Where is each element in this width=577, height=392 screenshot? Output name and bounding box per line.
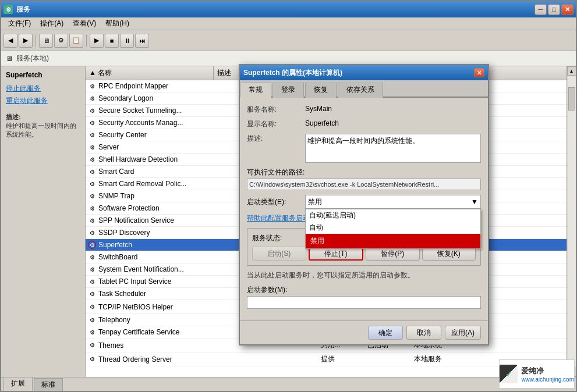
display-name-row: 显示名称: Superfetch <box>247 119 481 129</box>
service-name: Tablet PC Input Service <box>98 277 171 286</box>
service-icon: ⚙ <box>88 241 96 249</box>
left-panel-desc: 描述: 维护和提高一段时间内的系统性能。 <box>6 113 80 139</box>
watermark-text: 爱纯净 www.aichunjing.com <box>521 366 574 383</box>
startup-note: 当从此处启动服务时，您可以指定所适用的启动参数。 <box>247 270 481 280</box>
tab-standard[interactable]: 标准 <box>34 378 63 391</box>
menu-help[interactable]: 帮助(H) <box>101 17 134 30</box>
start-params-input[interactable] <box>247 296 481 309</box>
service-icon: ⚙ <box>88 180 96 188</box>
startup-dropdown: 自动(延迟启动) 自动 禁用 <box>305 209 481 249</box>
service-name: TCP/IP NetBIOS Helper <box>98 303 173 311</box>
restore-button[interactable]: □ <box>548 4 560 15</box>
watermark: ✓ 爱纯净 www.aichunjing.com <box>499 359 575 389</box>
service-name: SPP Notification Service <box>98 216 174 224</box>
path-value: C:\Windows\system32\svchost.exe -k Local… <box>247 179 481 190</box>
service-status: 提供 <box>318 354 365 365</box>
dialog-tab-restore[interactable]: 恢复 <box>305 83 337 98</box>
service-icon: ⚙ <box>88 290 96 298</box>
service-name: Smart Card Removal Polic... <box>98 180 186 188</box>
service-name: Telephony <box>98 316 130 324</box>
close-button[interactable]: ✕ <box>561 4 574 15</box>
startup-label: 启动类型(E): <box>247 197 305 207</box>
address-label: 🖥 <box>6 55 13 63</box>
ok-button[interactable]: 确定 <box>368 326 403 340</box>
scroll-thumb[interactable] <box>568 87 575 111</box>
service-icon: ⚙ <box>88 155 96 163</box>
dialog-desc-textarea[interactable]: 维护和提高一段时间内的系统性能。 <box>305 134 481 163</box>
watermark-site-name: 爱纯净 <box>521 366 574 376</box>
menu-bar: 文件(F) 操作(A) 查看(V) 帮助(H) <box>1 17 576 30</box>
dialog-footer: 确定 取消 应用(A) <box>240 320 488 344</box>
service-name: Secure Socket Tunneling... <box>98 106 182 115</box>
toolbar-btn-stop[interactable]: ■ <box>105 34 119 48</box>
apply-button[interactable]: 应用(A) <box>445 326 481 340</box>
startup-select-display[interactable]: 禁用 ▼ <box>305 195 481 209</box>
toolbar-separator-2 <box>86 35 87 47</box>
service-icon: ⚙ <box>88 328 96 336</box>
toolbar-btn-resume[interactable]: ⏭ <box>135 34 149 48</box>
service-icon: ⚙ <box>88 229 96 237</box>
menu-view[interactable]: 查看(V) <box>68 17 101 30</box>
service-name: Security Accounts Manag... <box>98 119 183 127</box>
service-name: SwitchBoard <box>98 253 137 261</box>
service-name-label: 服务名称: <box>247 105 305 115</box>
back-button[interactable]: ◀ <box>3 34 17 48</box>
dropdown-item-disabled[interactable]: 禁用 <box>306 234 480 248</box>
start-service-btn[interactable]: 启动(S) <box>252 247 306 261</box>
toolbar-btn-4[interactable]: ⚙ <box>54 34 68 48</box>
address-value: 服务(本地) <box>16 54 571 63</box>
service-icon: ⚙ <box>88 94 96 102</box>
service-name: System Event Notification... <box>98 265 184 273</box>
toolbar-btn-pause[interactable]: ⏸ <box>120 34 134 48</box>
service-name: Themes <box>98 341 123 350</box>
service-name: RPC Endpoint Mapper <box>98 82 168 90</box>
service-icon: ⚙ <box>88 303 96 311</box>
left-panel: Superfetch 停止此服务 重启动此服务 描述: 维护和提高一段时间内的系… <box>1 66 86 377</box>
stop-service-link[interactable]: 停止此服务 <box>6 84 80 94</box>
display-name-label: 显示名称: <box>247 119 305 129</box>
desc-row: 描述: 维护和提高一段时间内的系统性能。 <box>247 134 481 163</box>
service-name: Shell Hardware Detection <box>98 155 178 163</box>
tab-extend[interactable]: 扩展 <box>3 377 33 391</box>
toolbar-btn-play[interactable]: ▶ <box>90 34 104 48</box>
service-icon: ⚙ <box>88 204 96 212</box>
restart-service-link[interactable]: 重启动此服务 <box>6 96 80 106</box>
toolbar-btn-3[interactable]: 🖥 <box>39 34 53 48</box>
right-scrollbar[interactable]: ▲ ▼ <box>567 66 576 377</box>
dropdown-item-auto[interactable]: 自动 <box>306 222 480 234</box>
start-params-label: 启动参数(M): <box>247 285 481 295</box>
dropdown-item-auto-delayed[interactable]: 自动(延迟启动) <box>306 209 480 222</box>
forward-button[interactable]: ▶ <box>19 34 33 48</box>
watermark-logo: ✓ <box>500 365 518 383</box>
scroll-up-btn[interactable]: ▲ <box>567 66 576 76</box>
cancel-button[interactable]: 取消 <box>406 326 441 340</box>
startup-dropdown-arrow: ▼ <box>471 198 478 206</box>
desc-label: 描述: <box>6 113 21 120</box>
toolbar-btn-5[interactable]: 📋 <box>69 34 83 48</box>
menu-file[interactable]: 文件(F) <box>3 17 36 30</box>
service-icon: ⚙ <box>88 143 96 151</box>
col-header-name: ▲ 名称 <box>86 66 214 80</box>
bottom-tabs: 扩展 标准 <box>1 377 576 391</box>
toolbar-separator-1 <box>36 35 36 47</box>
startup-select-wrapper: 禁用 ▼ 自动(延迟启动) 自动 禁用 <box>305 195 481 209</box>
dialog-title-bar: Superfetch 的属性(本地计算机) ✕ <box>240 65 488 80</box>
service-icon: ⚙ <box>88 131 96 139</box>
service-icon: ⚙ <box>88 168 96 176</box>
window-controls: ─ □ ✕ <box>534 4 574 15</box>
table-row[interactable]: ⚙Thread Ordering Server提供本地服务 <box>86 352 567 366</box>
window-title: 服务 <box>16 5 534 15</box>
dialog-tab-login[interactable]: 登录 <box>272 83 304 98</box>
desc-text: 维护和提高一段时间内的系统性能。 <box>6 122 76 138</box>
minimize-button[interactable]: ─ <box>534 4 547 15</box>
path-row: 可执行文件的路径: C:\Windows\system32\svchost.ex… <box>247 168 481 190</box>
dialog-tab-general[interactable]: 常规 <box>240 83 271 98</box>
dialog-tab-deps[interactable]: 依存关系 <box>338 83 383 98</box>
dialog-close-button[interactable]: ✕ <box>474 68 484 77</box>
service-name: Security Center <box>98 131 147 139</box>
menu-action[interactable]: 操作(A) <box>36 17 68 30</box>
service-name: Tenpay Certificate Service <box>98 328 179 336</box>
properties-dialog[interactable]: Superfetch 的属性(本地计算机) ✕ 常规 登录 恢复 依存关系 服务… <box>239 64 489 345</box>
service-icon: ⚙ <box>88 192 96 200</box>
dialog-title: Superfetch 的属性(本地计算机) <box>243 68 474 78</box>
